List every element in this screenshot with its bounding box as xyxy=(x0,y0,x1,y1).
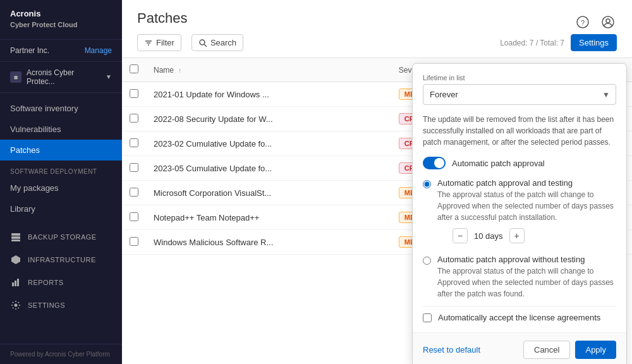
days-control: − 10 days + xyxy=(453,228,616,243)
main-content: Patches ? Filter Search Loaded: 7 / Tota… xyxy=(122,0,632,364)
sidebar-item-patches[interactable]: Patches xyxy=(0,140,122,161)
sidebar-item-backup-storage[interactable]: BACKUP STORAGE xyxy=(0,226,122,248)
user-account-icon[interactable] xyxy=(599,13,617,31)
option1-content: Automatic patch approval and testing The… xyxy=(437,178,616,248)
filter-button[interactable]: Filter xyxy=(137,34,181,51)
help-icon[interactable]: ? xyxy=(574,13,592,31)
svg-line-16 xyxy=(204,44,207,47)
toolbar-right: Loaded: 7 / Total: 7 Settings xyxy=(500,34,617,51)
cancel-button[interactable]: Cancel xyxy=(523,341,570,359)
account-selector[interactable]: ■ Acronis Cyber Protec... ▼ xyxy=(0,62,122,93)
auto-approval-toggle[interactable] xyxy=(423,157,446,169)
auto-approval-row: Automatic patch approval xyxy=(423,157,616,169)
lifetime-description: The update will be removed from the list… xyxy=(423,114,616,148)
svg-point-11 xyxy=(606,19,610,23)
row-name: Microsoft Corporation VisualSt... xyxy=(146,181,391,205)
sort-asc-icon: ↑ xyxy=(178,67,181,74)
logo-area: Acronis Cyber Protect Cloud xyxy=(0,0,122,40)
sidebar-footer: Powered by Acronis Cyber Platform xyxy=(0,344,122,364)
sidebar-item-vulnerabilities[interactable]: Vulnerabilities xyxy=(0,119,122,140)
reports-icon xyxy=(10,277,21,288)
option2-description: The approval status of the patch will ch… xyxy=(437,265,616,300)
svg-rect-5 xyxy=(15,281,16,286)
option2-title: Automatic patch approval without testing xyxy=(437,255,616,264)
row-checkbox[interactable] xyxy=(130,237,138,246)
row-checkbox-cell xyxy=(122,205,146,230)
row-checkbox[interactable] xyxy=(130,212,138,221)
svg-text:?: ? xyxy=(581,19,585,27)
reset-to-default-button[interactable]: Reset to default xyxy=(423,345,480,355)
main-header: Patches ? Filter Search Loaded: 7 / Tota… xyxy=(122,0,632,58)
auto-approval-label: Automatic patch approval xyxy=(452,159,545,168)
backup-storage-icon xyxy=(10,231,21,243)
row-checkbox[interactable] xyxy=(130,163,138,172)
logo-sub: Cyber Protect Cloud xyxy=(10,21,77,28)
account-name: Acronis Cyber Protec... xyxy=(27,68,100,86)
row-checkbox[interactable] xyxy=(130,138,138,147)
option1-title: Automatic patch approval and testing xyxy=(437,178,616,188)
option1-description: The approval status of the patch will ch… xyxy=(437,189,616,223)
header-icons: ? xyxy=(574,13,617,31)
row-checkbox-cell xyxy=(122,156,146,181)
sidebar-item-my-packages[interactable]: My packages xyxy=(0,178,122,198)
sidebar-item-software-inventory[interactable]: Software inventory xyxy=(0,98,122,119)
row-checkbox-cell xyxy=(122,82,146,107)
days-value: 10 days xyxy=(474,231,503,241)
select-all-header xyxy=(122,58,146,82)
row-checkbox[interactable] xyxy=(130,114,138,123)
content-area: Name ↑ Severity ↓ Affecte... ↓ 2021-01 U… xyxy=(122,58,632,364)
license-row: Automatically accept the license agreeme… xyxy=(423,306,616,322)
increase-days-button[interactable]: + xyxy=(509,228,525,243)
logo-text: Acronis Cyber Protect Cloud xyxy=(10,9,112,30)
svg-marker-3 xyxy=(11,255,20,264)
apply-button[interactable]: Apply xyxy=(575,341,616,359)
sidebar-item-reports[interactable]: REPORTS xyxy=(0,271,122,294)
settings-panel-button[interactable]: Settings xyxy=(571,34,617,51)
page-title: Patches xyxy=(137,10,188,27)
lifetime-select-wrapper: Forever 30 days 60 days 90 days ▼ xyxy=(423,84,616,105)
row-name: 2021-01 Update for Windows ... xyxy=(146,82,391,107)
select-all-checkbox[interactable] xyxy=(130,64,138,73)
panel-body: Lifetime in list Forever 30 days 60 days… xyxy=(413,64,626,332)
account-icon: ■ xyxy=(10,71,21,83)
chevron-down-icon: ▼ xyxy=(106,73,112,80)
panel-footer: Reset to default Cancel Apply xyxy=(413,332,626,364)
toggle-knob xyxy=(434,158,444,168)
partner-row: Partner Inc. Manage xyxy=(0,40,122,62)
search-button[interactable]: Search xyxy=(191,34,243,51)
row-checkbox-cell xyxy=(122,107,146,131)
lifetime-label: Lifetime in list xyxy=(423,74,616,82)
option1-radio[interactable] xyxy=(423,180,431,188)
svg-point-15 xyxy=(200,40,205,45)
row-checkbox[interactable] xyxy=(130,188,138,197)
option1-row: Automatic patch approval and testing The… xyxy=(423,178,616,248)
settings-panel: Lifetime in list Forever 30 days 60 days… xyxy=(412,63,627,364)
partner-name: Partner Inc. xyxy=(10,46,49,55)
sidebar-item-library[interactable]: Library xyxy=(0,198,122,219)
name-column-header[interactable]: Name ↑ xyxy=(146,58,391,82)
svg-rect-1 xyxy=(11,236,20,239)
decrease-days-button[interactable]: − xyxy=(453,228,468,243)
sidebar-nav: Software inventory Vulnerabilities Patch… xyxy=(0,93,122,344)
option2-radio[interactable] xyxy=(423,257,431,265)
svg-rect-4 xyxy=(12,282,14,286)
row-name: Windows Malicious Software R... xyxy=(146,230,391,255)
row-checkbox-cell xyxy=(122,230,146,255)
row-checkbox-cell xyxy=(122,181,146,205)
row-name: 2022-08 Security Update for W... xyxy=(146,107,391,131)
sidebar-item-settings[interactable]: SETTINGS xyxy=(0,294,122,317)
svg-rect-6 xyxy=(17,279,19,286)
manage-link[interactable]: Manage xyxy=(85,46,112,55)
loaded-count: Loaded: 7 / Total: 7 xyxy=(500,39,564,47)
license-checkbox[interactable] xyxy=(423,313,432,322)
svg-rect-2 xyxy=(11,240,20,241)
software-deployment-section: Software deployment xyxy=(0,161,122,178)
row-name: Notepad++ Team Notepad++ xyxy=(146,205,391,230)
toolbar: Filter Search Loaded: 7 / Total: 7 Setti… xyxy=(137,34,617,58)
sidebar-item-infrastructure[interactable]: INFRASTRUCTURE xyxy=(0,248,122,271)
row-checkbox[interactable] xyxy=(130,89,138,98)
infrastructure-icon xyxy=(10,254,21,265)
sidebar: Acronis Cyber Protect Cloud Partner Inc.… xyxy=(0,0,122,364)
row-checkbox-cell xyxy=(122,131,146,156)
lifetime-select[interactable]: Forever 30 days 60 days 90 days xyxy=(423,84,616,105)
